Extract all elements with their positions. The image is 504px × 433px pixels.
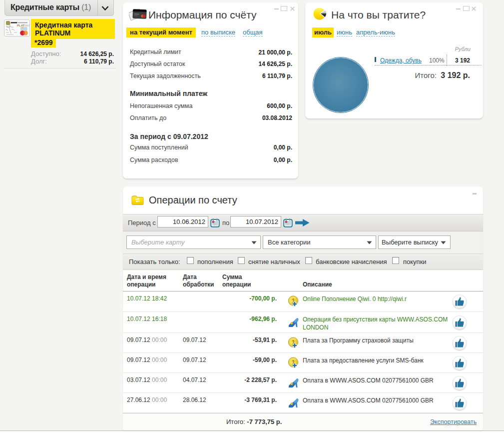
svg-text:PLATINUM: PLATINUM — [17, 24, 30, 27]
